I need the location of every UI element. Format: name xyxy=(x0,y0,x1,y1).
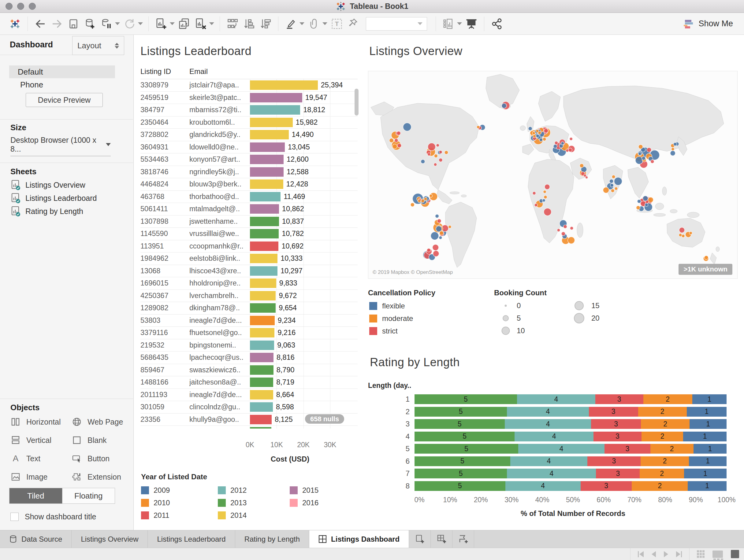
object-item-vertical[interactable]: Vertical xyxy=(10,434,72,446)
email-cell[interactable]: glandrickd5@y.. xyxy=(189,130,250,139)
tab-layout[interactable]: Layout xyxy=(72,36,124,55)
floating-button[interactable]: Floating xyxy=(62,488,115,504)
map-bubble[interactable] xyxy=(673,143,677,146)
cost-bar[interactable] xyxy=(250,254,277,263)
cost-bar[interactable] xyxy=(250,241,278,251)
map-bubble[interactable] xyxy=(434,154,438,158)
object-item-web-page[interactable]: Web Page xyxy=(72,416,127,428)
object-item-extension[interactable]: Extension xyxy=(72,471,127,483)
highlight-caret[interactable] xyxy=(299,22,304,25)
cost-bar[interactable] xyxy=(250,303,275,313)
group-members-caret[interactable] xyxy=(323,22,327,25)
save-icon[interactable] xyxy=(66,16,81,32)
map-bubble[interactable] xyxy=(636,206,640,210)
map-bubble[interactable] xyxy=(424,197,427,201)
cost-bar[interactable] xyxy=(250,155,284,164)
map-bubble[interactable] xyxy=(638,152,641,155)
rating-segment[interactable]: 5 xyxy=(414,432,515,441)
email-cell[interactable]: dkingham78@.. xyxy=(189,304,250,312)
minimize-button[interactable] xyxy=(17,3,24,10)
map-bubble[interactable] xyxy=(536,130,539,133)
tab-listings-leaderboard[interactable]: Listings Leaderboard xyxy=(148,530,235,548)
listing-id-cell[interactable]: 1984962 xyxy=(140,254,189,263)
run-update-icon[interactable] xyxy=(122,16,137,32)
rating-segment[interactable]: 5 xyxy=(414,444,518,454)
email-cell[interactable]: mtalmadgelt@.. xyxy=(189,205,250,213)
show-hide-cards-caret[interactable] xyxy=(457,22,462,25)
email-cell[interactable]: lpachecoqr@us.. xyxy=(189,353,250,362)
map-bubble[interactable] xyxy=(448,225,451,228)
cost-bar[interactable] xyxy=(250,291,275,301)
listing-id-cell[interactable]: 219532 xyxy=(140,341,189,349)
listing-id-cell[interactable]: 3728802 xyxy=(140,130,189,139)
cost-bar[interactable] xyxy=(250,192,281,201)
sidebar-sheet-item[interactable]: Listings Overview xyxy=(11,178,85,192)
map-bubble[interactable] xyxy=(411,203,414,207)
map-bubble[interactable] xyxy=(580,164,584,167)
cost-bar[interactable] xyxy=(250,353,273,362)
map-bubble[interactable] xyxy=(533,192,536,195)
map-bubble[interactable] xyxy=(679,234,682,237)
cost-bar[interactable] xyxy=(250,278,276,288)
rating-segment[interactable]: 2 xyxy=(638,407,687,416)
listing-id-cell[interactable]: 301059 xyxy=(140,403,189,411)
map-bubble[interactable] xyxy=(502,103,507,108)
rating-segment[interactable]: 1 xyxy=(692,394,727,404)
rating-segment[interactable]: 4 xyxy=(506,481,581,491)
listing-id-cell[interactable]: 1488166 xyxy=(140,378,189,386)
rating-segment[interactable]: 1 xyxy=(683,432,727,441)
map-bubble[interactable] xyxy=(555,141,558,145)
map-bubble[interactable] xyxy=(403,123,411,131)
tab-dashboard[interactable]: Dashboard xyxy=(0,35,72,55)
cost-bar[interactable] xyxy=(250,365,273,375)
email-cell[interactable]: ngrindley5k@j.. xyxy=(189,168,250,176)
device-preview-button[interactable]: Device Preview xyxy=(26,93,103,107)
pause-auto-updates-icon[interactable] xyxy=(99,16,114,32)
map-bubble[interactable] xyxy=(561,142,564,145)
map-bubble[interactable] xyxy=(566,149,569,152)
cost-bar[interactable] xyxy=(250,105,300,115)
map-bubble[interactable] xyxy=(477,126,479,128)
email-cell[interactable]: eelstob8i@link.. xyxy=(189,254,250,263)
map-bubble[interactable] xyxy=(615,187,618,190)
rating-segment[interactable]: 3 xyxy=(587,456,641,466)
rating-segment[interactable]: 3 xyxy=(591,419,641,429)
previous-sheet-button[interactable] xyxy=(652,551,656,557)
tiled-button[interactable]: Tiled xyxy=(9,488,62,504)
listing-id-cell[interactable]: 23356 xyxy=(140,415,189,424)
rating-segment[interactable]: 3 xyxy=(595,394,643,404)
year-legend-item[interactable]: 2012 xyxy=(218,486,247,494)
tab-listings-dashboard[interactable]: Listings Dashboard xyxy=(309,530,409,548)
map-bubble[interactable] xyxy=(536,134,540,137)
year-legend-item[interactable]: 2010 xyxy=(141,498,170,507)
map-bubble[interactable] xyxy=(436,144,439,147)
device-mode-phone[interactable]: Phone xyxy=(9,78,115,91)
pin-icon[interactable] xyxy=(346,16,361,32)
map-bubble[interactable] xyxy=(610,184,614,187)
object-item-horizontal[interactable]: Horizontal xyxy=(10,416,72,428)
map-bubble[interactable] xyxy=(439,231,443,235)
map-bubble[interactable] xyxy=(445,151,448,154)
tab-rating-by-length[interactable]: Rating by Length xyxy=(235,530,309,548)
email-cell[interactable]: lhiscoe43@xre.. xyxy=(189,267,250,275)
cost-bar[interactable] xyxy=(250,143,285,152)
cost-bar[interactable] xyxy=(250,130,289,139)
email-cell[interactable]: clincolndz@gu.. xyxy=(189,403,250,411)
rating-segment[interactable]: 5 xyxy=(414,394,517,404)
object-item-text[interactable]: AText xyxy=(10,452,72,465)
map-bubble[interactable] xyxy=(638,145,643,149)
rating-segment[interactable]: 4 xyxy=(505,419,591,429)
map-bubble[interactable] xyxy=(563,225,567,229)
new-worksheet-icon[interactable] xyxy=(154,16,169,32)
rating-segment[interactable]: 4 xyxy=(507,469,596,478)
email-cell[interactable]: jaitcheson8a@.. xyxy=(189,378,250,386)
listing-id-cell[interactable]: 1145590 xyxy=(140,230,189,238)
rating-segment[interactable]: 3 xyxy=(596,469,640,478)
booking-size-circle[interactable] xyxy=(505,305,507,307)
listing-id-cell[interactable]: 1307898 xyxy=(140,217,189,226)
rating-segment[interactable]: 5 xyxy=(414,419,505,429)
sidebar-sheet-item[interactable]: Rating by Length xyxy=(11,205,83,218)
booking-size-circle[interactable] xyxy=(574,313,584,323)
rating-segment[interactable]: 4 xyxy=(517,394,595,404)
tab-data-source[interactable]: Data Source xyxy=(0,530,72,548)
